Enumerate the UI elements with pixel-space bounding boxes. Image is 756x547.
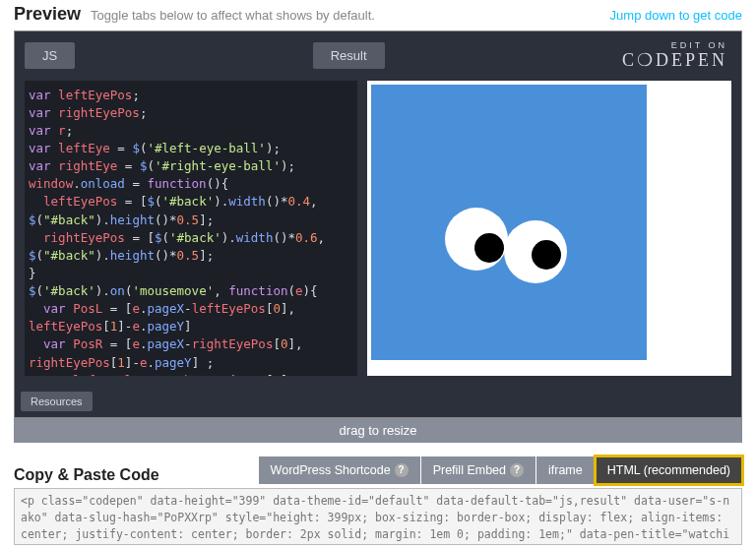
right-pupil	[532, 240, 561, 270]
result-canvas	[371, 85, 647, 360]
resources-button[interactable]: Resources	[21, 392, 93, 411]
code-content: var leftEyePos; var rightEyePos; var r; …	[29, 87, 353, 376]
tab-html-recommended[interactable]: HTML (recommended)	[596, 456, 742, 484]
right-eye	[504, 220, 567, 283]
page-title: Preview	[14, 4, 81, 25]
jump-link[interactable]: Jump down to get code	[610, 8, 742, 23]
tab-prefill-embed[interactable]: Prefill Embed?	[421, 456, 536, 484]
embed-preview: JS Result EDIT ON C❍DEPEN var leftEyePos…	[14, 30, 742, 418]
drag-resize-bar[interactable]: drag to resize	[14, 418, 742, 443]
result-pane[interactable]	[367, 81, 731, 376]
codepen-logo: C❍DEPEN	[622, 51, 727, 71]
left-eye	[445, 208, 508, 271]
help-icon[interactable]: ?	[510, 463, 524, 477]
tab-js[interactable]: JS	[25, 42, 75, 69]
tab-result[interactable]: Result	[313, 42, 385, 69]
code-editor[interactable]: var leftEyePos; var rightEyePos; var r; …	[25, 81, 357, 376]
left-pupil	[474, 233, 504, 263]
edit-on-codepen[interactable]: EDIT ON C❍DEPEN	[622, 41, 731, 71]
tab-wordpress-shortcode[interactable]: WordPress Shortcode?	[259, 456, 420, 484]
help-icon[interactable]: ?	[395, 463, 409, 477]
tab-iframe[interactable]: iframe	[536, 456, 595, 484]
subtitle-hint: Toggle tabs below to affect what shows b…	[91, 8, 610, 23]
copy-paste-title: Copy & Paste Code	[14, 466, 258, 484]
embed-code-textarea[interactable]: <p class="codepen" data-height="399" dat…	[14, 488, 742, 545]
